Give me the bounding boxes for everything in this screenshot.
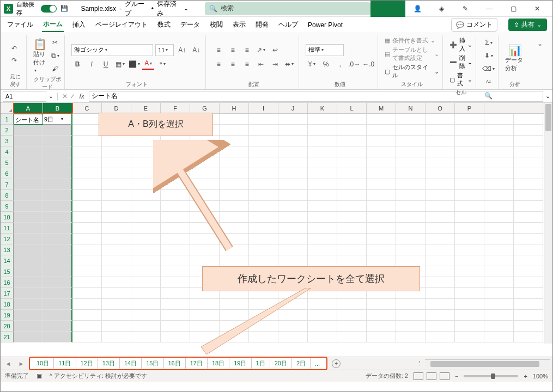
col-header-d[interactable]: D (102, 103, 131, 113)
cell[interactable] (102, 223, 131, 234)
cell[interactable] (14, 310, 43, 321)
cell[interactable] (484, 157, 514, 168)
tab-help[interactable]: ヘルプ (277, 18, 299, 32)
user-icon[interactable]: 👤 (405, 1, 429, 17)
cell[interactable] (455, 114, 484, 125)
cell[interactable] (14, 255, 43, 266)
fill-icon[interactable]: ⬇ (483, 50, 495, 62)
cell[interactable] (514, 310, 543, 321)
cell[interactable] (367, 255, 396, 266)
cell[interactable] (43, 244, 72, 255)
align-bottom-icon[interactable]: ≡ (241, 44, 253, 56)
zoom-in-button[interactable]: + (524, 373, 527, 379)
cell[interactable] (14, 157, 43, 168)
cell[interactable] (308, 234, 337, 244)
col-header-j[interactable]: J (278, 103, 308, 113)
cell[interactable] (43, 266, 72, 277)
align-left-icon[interactable]: ≡ (212, 58, 224, 70)
cell[interactable] (426, 332, 455, 342)
cell[interactable] (278, 255, 308, 266)
cell[interactable] (14, 277, 43, 288)
cell[interactable] (337, 168, 367, 179)
cell[interactable] (308, 157, 337, 168)
cell[interactable] (102, 157, 131, 168)
cell[interactable] (337, 201, 367, 212)
cell[interactable] (514, 299, 543, 310)
row-header[interactable]: 9 (1, 201, 14, 212)
cell[interactable] (102, 288, 131, 299)
expand-formula-icon[interactable]: ⌄ (545, 93, 550, 100)
cell[interactable] (249, 190, 278, 201)
row-header[interactable]: 11 (1, 223, 14, 234)
vertical-scrollbar[interactable] (544, 103, 552, 344)
tab-dev[interactable]: 開発 (254, 18, 270, 32)
tab-nav-prev[interactable]: ◄ (3, 360, 14, 367)
align-top-icon[interactable]: ≡ (212, 44, 224, 56)
cell[interactable] (426, 136, 455, 146)
bold-button[interactable]: B (71, 58, 83, 70)
sheet-tab[interactable]: 14日 (120, 358, 142, 369)
enter-icon[interactable]: ✓ (70, 93, 75, 100)
row-header[interactable]: 8 (1, 190, 14, 201)
sheet-tab[interactable]: 2日 (292, 358, 311, 369)
cell[interactable] (337, 136, 367, 146)
cell[interactable] (514, 125, 543, 136)
cell[interactable] (249, 212, 278, 223)
cell[interactable] (337, 157, 367, 168)
cell[interactable] (131, 266, 161, 277)
cell[interactable] (72, 288, 102, 299)
cell[interactable] (426, 125, 455, 136)
cell[interactable] (72, 168, 102, 179)
cell[interactable] (337, 114, 367, 125)
border-button[interactable]: ▦ (114, 58, 126, 70)
cell[interactable] (426, 277, 455, 288)
cell[interactable] (14, 201, 43, 212)
cell[interactable] (337, 321, 367, 332)
grow-font-icon[interactable]: A↑ (176, 44, 188, 56)
cell[interactable] (72, 332, 102, 342)
cell[interactable] (14, 266, 43, 277)
autosum-icon[interactable]: Σ (483, 36, 495, 48)
cell[interactable] (455, 201, 484, 212)
cell[interactable] (426, 288, 455, 299)
file-info[interactable]: Sample.xlsx - グループ • 保存済み ⌄ (81, 0, 188, 18)
cell[interactable] (43, 212, 72, 223)
cell[interactable] (484, 114, 514, 125)
cell[interactable] (455, 136, 484, 146)
cell[interactable] (367, 299, 396, 310)
cell[interactable] (249, 157, 278, 168)
cell[interactable] (278, 146, 308, 157)
cell[interactable] (426, 321, 455, 332)
cell[interactable] (102, 168, 131, 179)
cell[interactable] (131, 299, 161, 310)
cell[interactable] (249, 125, 278, 136)
cell[interactable] (426, 168, 455, 179)
cell[interactable] (14, 234, 43, 244)
cell[interactable] (337, 125, 367, 136)
cell[interactable] (249, 201, 278, 212)
cell[interactable] (514, 201, 543, 212)
cell[interactable] (43, 310, 72, 321)
zoom-slider[interactable] (464, 375, 518, 377)
cell[interactable] (72, 190, 102, 201)
cell[interactable] (484, 332, 514, 342)
cell[interactable] (72, 310, 102, 321)
cell[interactable] (102, 190, 131, 201)
cell[interactable] (455, 125, 484, 136)
col-header-p[interactable]: P (455, 103, 484, 113)
cell[interactable] (72, 277, 102, 288)
tab-file[interactable]: ファイル (6, 18, 34, 32)
tab-data[interactable]: データ (179, 18, 201, 32)
cell[interactable] (102, 212, 131, 223)
cell[interactable] (514, 244, 543, 255)
cell[interactable] (396, 146, 426, 157)
cell[interactable] (484, 179, 514, 190)
number-format-select[interactable]: 標準 (306, 44, 344, 56)
sheet-tab[interactable]: 13日 (98, 358, 120, 369)
cell[interactable] (367, 168, 396, 179)
cut-icon[interactable]: ✂ (49, 36, 61, 48)
cell[interactable] (426, 114, 455, 125)
cell[interactable] (14, 146, 43, 157)
cell[interactable] (72, 157, 102, 168)
sheet-tab[interactable]: 17日 (186, 358, 208, 369)
